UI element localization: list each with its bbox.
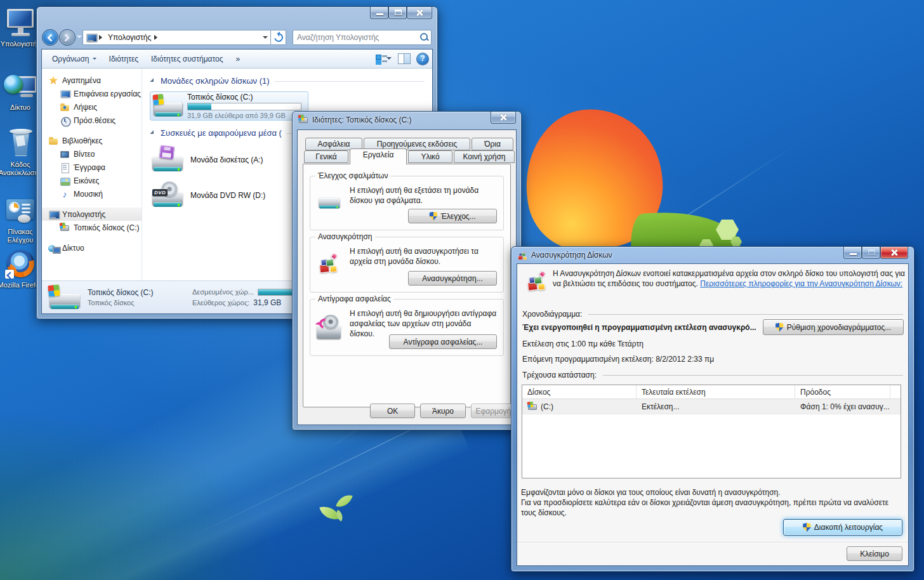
forward-button[interactable] (59, 29, 76, 46)
uac-shield-icon (803, 523, 811, 532)
maximize-button[interactable] (862, 247, 880, 259)
close-button[interactable] (880, 247, 908, 259)
current-status-section-header: Τρέχουσα κατάσταση: (522, 371, 903, 379)
sidebar-item-computer[interactable]: Υπολογιστής (42, 208, 142, 221)
breadcrumb[interactable]: Υπολογιστής (108, 33, 151, 42)
drive-name: Τοπικός δίσκος (C:) (187, 93, 304, 102)
sidebar-item-videos[interactable]: Βίντεο (42, 147, 142, 161)
footer-separator (517, 542, 908, 543)
downloads-icon (60, 102, 70, 112)
recycle-bin-icon (4, 128, 37, 159)
back-button[interactable] (42, 29, 58, 46)
tab-quota[interactable]: Όρια (472, 138, 513, 150)
table-row-drive-c[interactable]: (C:) Εκτέλεση... Φάση 1: 0% έχει ανασυγ.… (522, 399, 901, 414)
history-dropdown-icon[interactable] (77, 36, 82, 41)
drive-icon (527, 402, 538, 412)
floppy-drive-item[interactable]: Μονάδα δισκέτας (A:) (151, 146, 263, 174)
close-button[interactable] (491, 112, 516, 124)
address-bar[interactable]: Υπολογιστής (82, 30, 270, 45)
used-space-label: Δεσμευμένος χώρ... (192, 288, 254, 296)
sidebar-item-desktop[interactable]: Επιφάνεια εργασίας (42, 87, 142, 100)
tab-tools[interactable]: Εργαλεία (350, 148, 407, 164)
apply-button[interactable]: Εφαρμογή (471, 404, 516, 418)
group-header-hard-disks[interactable]: Μονάδες σκληρών δίσκων (1) (151, 76, 425, 86)
note-line-1: Εμφανίζονται μόνο οι δίσκοι για τους οπο… (521, 487, 781, 498)
group-title: Έλεγχος σφαλμάτων (315, 171, 390, 180)
toolbar-overflow-button[interactable]: » (230, 49, 247, 69)
defragmentation-group: Ανασυγκρότηση Η επιλογή αυτή θα ανασυγκρ… (310, 237, 504, 293)
capacity-bar (187, 103, 301, 110)
floppy-drive-icon (151, 146, 184, 174)
search-input[interactable] (293, 33, 418, 42)
hard-drive-icon (153, 93, 183, 119)
system-properties-button[interactable]: Ιδιότητες συστήματος (145, 49, 229, 69)
drive-capacity: 31,9 GB ελεύθερα από 39,9 GB (187, 112, 304, 119)
sidebar-item-pictures[interactable]: Εικόνες (42, 174, 142, 187)
close-dialog-button[interactable]: Κλείσιμο (847, 546, 902, 561)
sidebar-item-downloads[interactable]: Λήψεις (42, 100, 142, 114)
overflow-label: » (236, 49, 241, 69)
sidebar-item-network[interactable]: Δίκτυο (42, 241, 142, 254)
cancel-button[interactable]: Άκυρο (420, 404, 465, 418)
organize-label: Οργάνωση (52, 49, 89, 69)
tab-sharing[interactable]: Κοινή χρήση (454, 150, 515, 163)
help-button[interactable] (417, 53, 428, 65)
defrag-icon (317, 253, 339, 275)
column-header-disk[interactable]: Δίσκος (522, 385, 637, 399)
video-icon (60, 149, 70, 159)
stop-operation-button[interactable]: Διακοπή λειτουργίας (783, 519, 902, 536)
column-header-blank[interactable] (890, 385, 901, 399)
close-button[interactable] (407, 7, 432, 19)
music-note-icon (60, 189, 70, 199)
check-now-button[interactable]: Έλεγχος... (408, 209, 497, 223)
sidebar-item-documents[interactable]: Έγγραφα (42, 161, 142, 174)
picture-icon (60, 176, 70, 186)
preview-pane-button[interactable] (398, 53, 411, 64)
properties-dialog: Ιδιότητες: Τοπικός δίσκος (C:) Ασφάλεια … (292, 111, 522, 430)
minimize-button[interactable] (843, 247, 862, 259)
window-controls (491, 112, 516, 124)
properties-button[interactable]: Ιδιότητες (103, 49, 145, 69)
disk-defragmenter-window: Ανασυγκρότηση Δίσκων Η Ανασυγκρότηση Δίσ… (511, 246, 914, 572)
free-space-label: Ελεύθερος χώρος: (192, 299, 249, 306)
breadcrumb-chevron-icon (99, 35, 105, 40)
desktop-icon (60, 89, 70, 99)
properties-label: Ιδιότητες (109, 49, 138, 69)
window-controls (370, 7, 432, 19)
check-disk-icon (318, 191, 341, 211)
more-info-link[interactable]: Περισσότερες πληροφορίες για την Ανασυγκ… (700, 279, 902, 288)
tools-tab-panel: Έλεγχος σφαλμάτων Η επιλογή αυτή θα εξετ… (303, 164, 511, 407)
views-icon (375, 53, 389, 65)
column-header-progress[interactable]: Πρόοδος (795, 385, 890, 399)
ok-button[interactable]: OK (370, 404, 415, 418)
configure-schedule-button[interactable]: Ρύθμιση χρονοδιαγράμματος... (763, 319, 904, 335)
sidebar-item-recent-places[interactable]: Πρόσ.θέσεις (42, 114, 142, 127)
intro-text: Η Ανασυγκρότηση Δίσκων ενοποιεί κατακερμ… (553, 268, 907, 289)
sidebar-item-favorites[interactable]: Αγαπημένα (42, 74, 142, 87)
chevron-down-icon (93, 58, 96, 62)
sidebar-item-libraries[interactable]: Βιβλιοθήκες (42, 134, 142, 147)
tab-general[interactable]: Γενικά (304, 150, 348, 163)
defrag-icon (525, 270, 547, 293)
backup-now-button[interactable]: Αντίγραφα ασφαλείας... (389, 334, 497, 349)
network-icon (4, 71, 37, 102)
views-button[interactable] (375, 53, 392, 65)
sidebar-item-local-disk-c[interactable]: Τοπικός δίσκος (C:) (42, 221, 142, 234)
wallpaper-light-band (0, 404, 470, 580)
network-icon (48, 243, 58, 253)
wallpaper-sprout (319, 492, 363, 533)
minimize-button[interactable] (370, 7, 388, 19)
navigation-pane: Αγαπημένα Επιφάνεια εργασίας Λήψεις Πρόσ… (42, 69, 142, 280)
uac-shield-icon (776, 323, 784, 332)
defragment-now-button[interactable]: Ανασυγκρότηση... (408, 271, 497, 286)
tab-hardware[interactable]: Υλικό (408, 150, 452, 163)
address-dropdown-icon[interactable] (263, 36, 268, 41)
column-header-last-run[interactable]: Τελευταία εκτέλεση (637, 385, 795, 399)
maximize-button[interactable] (388, 7, 407, 19)
refresh-button[interactable] (270, 30, 286, 45)
dvd-drive-icon: DVD (151, 181, 184, 209)
drive-c-tile[interactable]: Τοπικός δίσκος (C:) 31,9 GB ελεύθερα από… (150, 91, 308, 121)
organize-button[interactable]: Οργάνωση (46, 49, 103, 69)
dvd-drive-item[interactable]: DVD Μονάδα DVD RW (D:) (151, 181, 265, 209)
sidebar-item-music[interactable]: Μουσική (42, 187, 142, 201)
